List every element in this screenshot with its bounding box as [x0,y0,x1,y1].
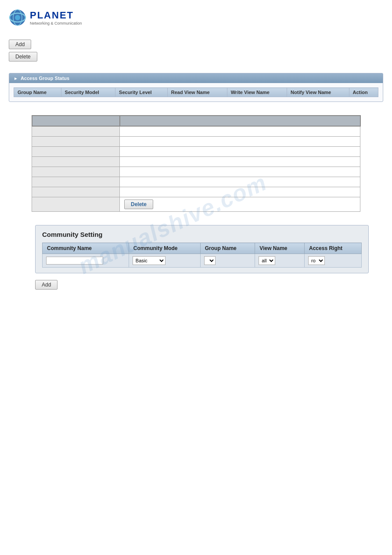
form-value-1 [120,126,360,137]
col-write-view-name: Write View Name [227,88,287,97]
community-add-button-area: Add [35,280,383,292]
form-table: Delete [32,115,361,212]
community-col-mode: Community Mode [129,243,200,254]
form-label-5 [32,167,120,177]
form-row-8: Delete [32,197,360,212]
form-value-8: Delete [120,197,360,212]
top-delete-button[interactable]: Delete [9,52,37,62]
col-group-name: Group Name [14,88,61,97]
community-add-button[interactable]: Add [35,280,58,290]
community-mode-cell: Basic Advanced [129,254,200,268]
form-col-header2 [120,116,360,126]
form-row-4 [32,157,360,167]
community-name-input[interactable] [46,257,103,265]
community-view-cell: all [255,254,305,268]
access-group-panel-title: Access Group Status [21,76,69,81]
community-table-row: Basic Advanced all [43,254,362,268]
col-security-model: Security Model [61,88,115,97]
access-group-panel-body: Group Name Security Model Security Level… [9,83,383,102]
form-row-2 [32,137,360,147]
community-group-cell [200,254,255,268]
svg-point-3 [15,15,20,20]
community-col-access: Access Right [305,243,362,254]
form-section: Delete [9,115,383,212]
form-row-1 [32,126,360,137]
form-value-7 [120,187,360,197]
col-read-view-name: Read View Name [167,88,227,97]
form-value-3 [120,147,360,157]
community-col-name: Community Name [43,243,129,254]
form-row-6 [32,177,360,187]
logo-subtitle: Networking & Communication [30,21,82,25]
community-col-group: Group Name [200,243,255,254]
col-security-level: Security Level [115,88,168,97]
form-label-3 [32,147,120,157]
form-label-6 [32,177,120,187]
top-buttons-area: Add Delete [9,40,383,64]
form-value-6 [120,177,360,187]
form-row-5 [32,167,360,177]
community-setting-title: Community Setting [42,231,362,238]
logo-brand: PLANET [30,10,82,21]
community-mode-select[interactable]: Basic Advanced [133,256,165,265]
community-group-select[interactable] [204,256,216,265]
community-name-cell [43,254,129,268]
col-action: Action [349,88,378,97]
access-group-panel: ► Access Group Status Group Name Securit… [9,73,383,102]
form-delete-button[interactable]: Delete [124,200,153,209]
form-value-4 [120,157,360,167]
logo-text: PLANET Networking & Communication [30,10,82,25]
form-value-5 [120,167,360,177]
form-row-7 [32,187,360,197]
community-table: Community Name Community Mode Group Name… [42,243,362,268]
form-label-8 [32,197,120,212]
community-col-view: View Name [255,243,305,254]
logo-area: PLANET Networking & Communication [9,9,383,26]
form-value-2 [120,137,360,147]
community-view-select[interactable]: all [259,256,275,265]
form-label-7 [32,187,120,197]
planet-logo-icon [9,9,26,26]
top-add-button[interactable]: Add [9,40,31,49]
access-group-panel-header: ► Access Group Status [9,73,383,83]
community-setting-panel: Community Setting Community Name Communi… [35,225,369,273]
form-label-4 [32,157,120,167]
panel-arrow-icon: ► [14,76,18,81]
form-col-header1 [32,116,120,126]
form-row-3 [32,147,360,157]
col-notify-view-name: Notify View Name [287,88,349,97]
community-access-select[interactable]: ro rw [308,256,325,265]
community-access-cell: ro rw [305,254,362,268]
form-label-2 [32,137,120,147]
form-label-1 [32,126,120,137]
access-group-table: Group Name Security Model Security Level… [14,87,378,97]
